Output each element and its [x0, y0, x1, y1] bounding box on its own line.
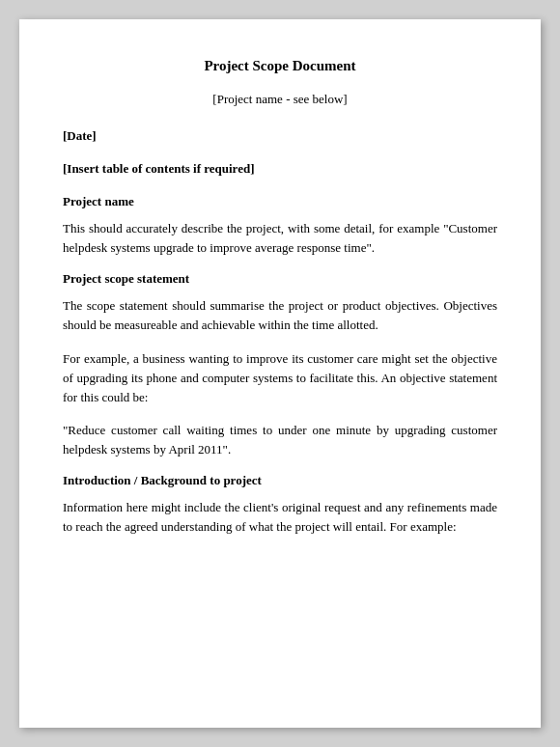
paragraph-scope-1: The scope statement should summarise the…: [63, 296, 497, 335]
paragraph-introduction-1: Information here might include the clien…: [63, 498, 497, 537]
document-title: Project Scope Document: [63, 58, 497, 74]
toc-placeholder: [Insert table of contents if required]: [63, 161, 497, 177]
date-placeholder: [Date]: [63, 128, 497, 144]
heading-introduction: Introduction / Background to project: [63, 473, 497, 488]
heading-project-name: Project name: [63, 194, 497, 209]
paragraph-scope-3: "Reduce customer call waiting times to u…: [63, 421, 497, 459]
section-introduction: Introduction / Background to project Inf…: [63, 473, 497, 537]
section-scope-statement: Project scope statement The scope statem…: [63, 271, 497, 459]
section-project-name: Project name This should accurately desc…: [63, 194, 497, 258]
document-page: Project Scope Document [Project name - s…: [19, 19, 541, 728]
project-name-placeholder: [Project name - see below]: [63, 92, 497, 107]
paragraph-scope-2: For example, a business wanting to impro…: [63, 349, 497, 407]
paragraph-project-name-1: This should accurately describe the proj…: [63, 219, 497, 258]
heading-scope-statement: Project scope statement: [63, 271, 497, 287]
